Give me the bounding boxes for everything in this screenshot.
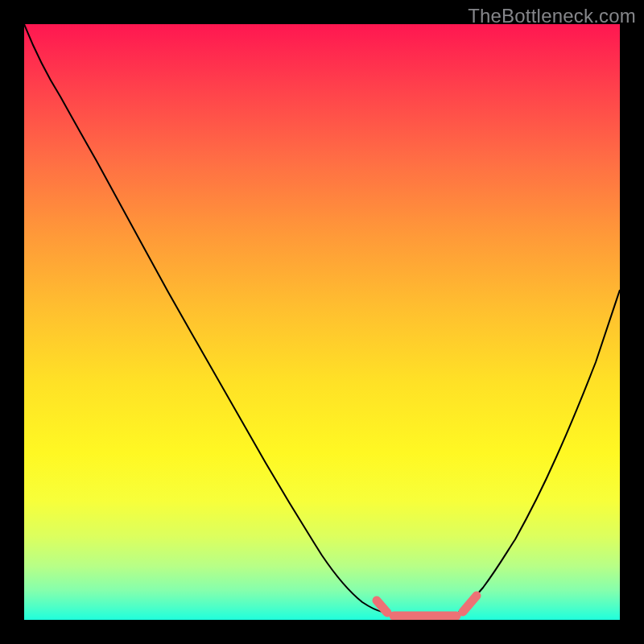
watermark-text: TheBottleneck.com — [468, 5, 636, 27]
pink-overlay-right — [463, 596, 477, 612]
right-curve — [459, 290, 620, 612]
chart-svg — [24, 24, 620, 620]
left-curve — [24, 24, 382, 612]
